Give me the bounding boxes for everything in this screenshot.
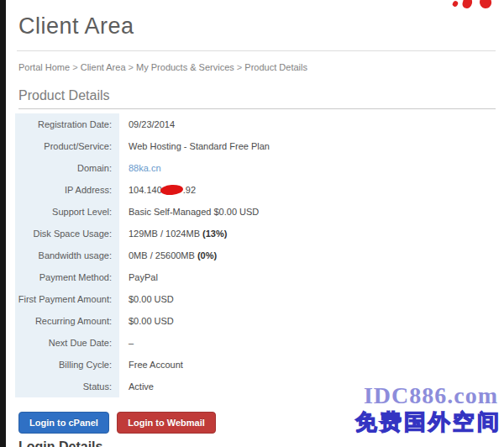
row-value: Basic Self-Managed $0.00 USD xyxy=(119,201,259,223)
table-row: Bandwidth usage:0MB / 25600MB(0%) xyxy=(15,245,497,266)
breadcrumb-separator: > xyxy=(126,62,137,72)
table-row: Recurring Amount:$0.00 USD xyxy=(15,310,497,332)
login-to-webmail-button[interactable]: Login to Webmail xyxy=(117,412,215,434)
row-label: First Payment Amount: xyxy=(15,288,119,310)
breadcrumb-item[interactable]: Portal Home xyxy=(18,62,70,72)
row-value: 0MB / 25600MB(0%) xyxy=(119,245,217,266)
row-label: Domain: xyxy=(15,157,119,179)
row-value: $0.00 USD xyxy=(119,288,174,310)
row-value: 09/23/2014 xyxy=(119,113,175,135)
row-label: Registration Date: xyxy=(15,113,119,135)
breadcrumb-separator: > xyxy=(70,62,81,72)
row-value: – xyxy=(119,332,134,354)
row-label: IP Address: xyxy=(15,179,119,201)
table-row: Disk Space Usage:129MB / 1024MB(13%) xyxy=(15,223,497,245)
row-label: Support Level: xyxy=(15,201,119,223)
row-value: Web Hosting - Standard Free Plan xyxy=(119,135,270,157)
breadcrumb-item[interactable]: Client Area xyxy=(81,62,126,72)
breadcrumb-item: Product Details xyxy=(244,62,307,72)
header-divider xyxy=(17,50,496,51)
table-row: IP Address:104.140.92 xyxy=(15,179,497,201)
table-row: Next Due Date:– xyxy=(15,332,497,354)
product-details-table: Registration Date:09/23/2014Product/Serv… xyxy=(15,113,497,397)
row-value: 104.140.92 xyxy=(119,179,196,201)
row-value: PayPal xyxy=(119,266,158,288)
row-value: 88ka.cn xyxy=(119,157,161,179)
section-title-product-details: Product Details xyxy=(18,88,496,109)
row-label: Next Due Date: xyxy=(15,332,119,354)
table-row: Registration Date:09/23/2014 xyxy=(15,113,497,135)
table-row: Product/Service:Web Hosting - Standard F… xyxy=(15,135,497,157)
table-row: Support Level:Basic Self-Managed $0.00 U… xyxy=(15,201,497,223)
table-row: Billing Cycle:Free Account xyxy=(15,354,497,376)
row-label: Bandwidth usage: xyxy=(15,245,119,266)
watermark-tagline-text: 免费国外空间 xyxy=(355,408,501,437)
breadcrumb-item[interactable]: My Products & Services xyxy=(136,62,234,72)
table-row: First Payment Amount:$0.00 USD xyxy=(15,288,497,310)
watermark-site-text: IDC886.com xyxy=(364,382,498,409)
row-label: Status: xyxy=(15,376,119,397)
row-value: 129MB / 1024MB(13%) xyxy=(119,223,227,245)
row-value: Free Account xyxy=(119,354,183,376)
breadcrumb: Portal Home > Client Area > My Products … xyxy=(18,62,504,72)
page-title: Client Area xyxy=(18,13,504,39)
row-label: Product/Service: xyxy=(15,135,119,157)
row-label: Disk Space Usage: xyxy=(15,223,119,245)
usage-percent: (13%) xyxy=(202,229,227,239)
section-title-login-details: Login Details xyxy=(18,439,504,447)
client-area-page: Client Area Portal Home > Client Area > … xyxy=(6,0,504,447)
row-label: Recurring Amount: xyxy=(15,310,119,332)
row-value: Active xyxy=(119,376,154,397)
row-label: Payment Method: xyxy=(15,266,119,288)
table-row: Payment Method:PayPal xyxy=(15,266,497,288)
domain-link[interactable]: 88ka.cn xyxy=(129,163,161,173)
usage-percent: (0%) xyxy=(197,250,217,260)
row-label: Billing Cycle: xyxy=(15,354,119,376)
page-left-edge xyxy=(0,0,6,447)
breadcrumb-separator: > xyxy=(234,62,245,72)
table-row: Domain:88ka.cn xyxy=(15,157,497,179)
login-to-cpanel-button[interactable]: Login to cPanel xyxy=(18,412,109,434)
row-value: $0.00 USD xyxy=(119,310,174,332)
redaction-mark xyxy=(160,184,183,196)
